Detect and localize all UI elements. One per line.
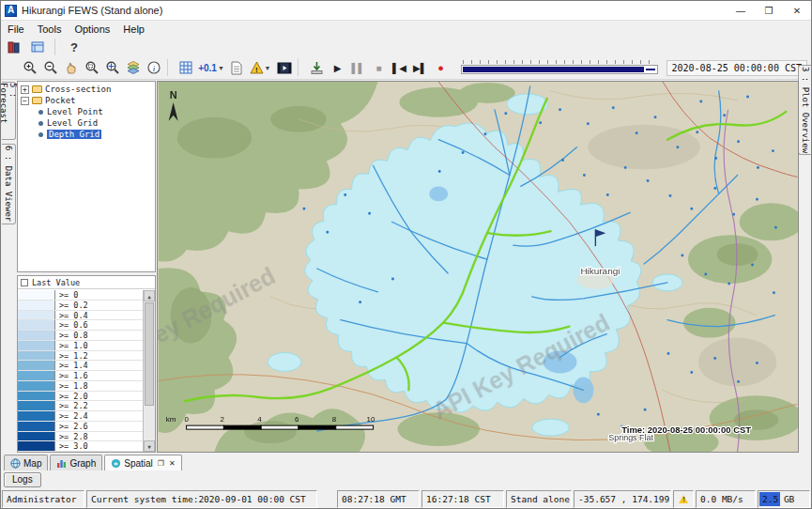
animation-icon[interactable] — [274, 58, 294, 77]
tab-spatial[interactable]: Spatial ❐ ✕ — [104, 455, 181, 470]
chart-icon — [56, 458, 67, 469]
run-export-icon[interactable] — [307, 58, 327, 77]
legend-color-swatch — [18, 422, 55, 431]
tree-node-level-point[interactable]: Level Point — [18, 106, 155, 117]
topology-tree: + Cross-section − Pocket Level Point Lev… — [17, 81, 156, 272]
sidebar-tab-forecast[interactable]: 5 : Forecast — [2, 82, 16, 140]
database-icon[interactable] — [5, 38, 24, 56]
legend-header: Last Value — [18, 276, 155, 289]
time-slider[interactable] — [461, 60, 658, 76]
app-window: Hikurangi FEWS (Stand alone) — ❐ ✕ File … — [0, 0, 812, 509]
zoom-extent-button[interactable] — [102, 58, 122, 77]
map-toolbar: i +0.1▼ ! ▼ ▶ ▌▌ ■ ▌◀ ▶▌ ● — [1, 56, 811, 80]
step-back-button[interactable]: ▌◀ — [390, 58, 409, 77]
float-panel-icon[interactable]: ❐ — [158, 459, 164, 468]
bottom-tab-bar: Map Graph Spatial ❐ ✕ — [1, 454, 811, 470]
close-button[interactable]: ✕ — [783, 1, 811, 20]
leaf-icon — [38, 110, 43, 115]
expand-icon[interactable]: + — [21, 85, 29, 94]
toolbar-separator — [167, 59, 173, 76]
time-slider-handle[interactable] — [646, 69, 655, 70]
last-value-checkbox[interactable] — [21, 279, 28, 286]
menu-bar: File Tools Options Help — [1, 21, 811, 38]
menu-help[interactable]: Help — [116, 22, 151, 37]
title-bar: Hikurangi FEWS (Stand alone) — ❐ ✕ — [1, 1, 811, 21]
menu-options[interactable]: Options — [68, 22, 116, 37]
status-warning[interactable] — [673, 490, 694, 508]
warnings-dropdown[interactable]: ! ▼ — [247, 58, 273, 77]
current-datetime: 2020-08-25 00:00:00 CST — [666, 60, 807, 76]
maximize-button[interactable]: ❐ — [755, 1, 783, 20]
sidebar-tab-plot-overview[interactable]: 3 : Plot Overview — [798, 65, 811, 155]
stop-button[interactable]: ■ — [369, 58, 389, 77]
legend-row: >= 1.2 — [18, 351, 143, 362]
layers-icon[interactable] — [123, 58, 143, 77]
status-memory: 2.5 GB — [758, 490, 810, 508]
report-icon[interactable] — [226, 58, 246, 77]
tree-node-level-grid[interactable]: Level Grid — [18, 117, 155, 129]
threshold-dropdown[interactable]: +0.1▼ — [197, 58, 225, 77]
legend-value: >= 1.4 — [55, 361, 88, 370]
svg-text:km: km — [166, 415, 176, 424]
legend-row: >= 2.4 — [18, 411, 143, 422]
zoom-in-button[interactable] — [20, 58, 39, 77]
legend-title: Last Value — [32, 278, 80, 287]
legend-row: >= 2.2 — [18, 401, 143, 411]
explorer-icon[interactable] — [28, 38, 48, 56]
pan-hand-icon[interactable] — [61, 58, 81, 77]
scroll-down-icon[interactable]: ▼ — [144, 440, 155, 452]
legend-row: >= 2.0 — [18, 392, 143, 402]
folder-icon — [32, 85, 42, 93]
info-button[interactable]: i — [144, 58, 163, 77]
legend-row: >= 2.8 — [18, 432, 143, 442]
logs-button[interactable]: Logs — [4, 472, 41, 487]
time-slider-range[interactable] — [463, 67, 644, 72]
legend-color-swatch — [18, 341, 55, 350]
tree-node-cross-section[interactable]: + Cross-section — [18, 84, 155, 95]
legend-row: >= 0.4 — [18, 311, 143, 321]
minimize-button[interactable]: — — [727, 1, 755, 20]
main-toolbar: ? — [1, 38, 811, 56]
legend-row: >= 1.0 — [18, 341, 143, 351]
tree-node-pocket[interactable]: − Pocket — [18, 95, 155, 106]
tab-graph[interactable]: Graph — [50, 455, 102, 470]
legend-row: >= 0.2 — [18, 301, 143, 311]
legend-value: >= 1.6 — [55, 371, 88, 380]
pause-button[interactable]: ▌▌ — [348, 58, 368, 77]
legend-value: >= 0.8 — [55, 331, 88, 340]
menu-tools[interactable]: Tools — [31, 22, 69, 37]
svg-text:0: 0 — [185, 415, 190, 424]
zoom-box-button[interactable] — [82, 58, 101, 77]
scrollbar-thumb[interactable] — [145, 302, 154, 406]
warning-icon — [679, 495, 688, 503]
legend-value: >= 2.6 — [55, 422, 88, 431]
legend-color-swatch — [18, 290, 55, 300]
legend-value: >= 2.2 — [55, 401, 88, 410]
legend-color-swatch — [18, 320, 55, 330]
zoom-out-button[interactable] — [40, 58, 60, 77]
map-viewport[interactable]: API Key Required API Key Required Hikura… — [157, 81, 799, 453]
menu-file[interactable]: File — [1, 22, 31, 37]
scroll-up-icon[interactable]: ▲ — [144, 290, 155, 301]
time-slider-groove[interactable] — [461, 65, 658, 74]
map-canvas[interactable]: API Key Required API Key Required Hikura… — [158, 82, 798, 452]
close-panel-icon[interactable]: ✕ — [169, 459, 176, 468]
grid-display-icon[interactable] — [176, 58, 196, 77]
tab-map[interactable]: Map — [4, 455, 48, 470]
record-button[interactable]: ● — [431, 58, 451, 77]
play-button[interactable]: ▶ — [328, 58, 347, 77]
legend-row: >= 0 — [18, 290, 143, 301]
sidebar-tab-data-viewer[interactable]: 6 : Data Viewer — [2, 144, 16, 224]
legend-value: >= 1.2 — [55, 351, 88, 361]
svg-text:4: 4 — [257, 415, 262, 424]
legend-scrollbar[interactable]: ▲ ▼ — [143, 290, 155, 452]
help-button[interactable]: ? — [67, 40, 82, 54]
collapse-icon[interactable]: − — [21, 97, 29, 105]
legend-value: >= 0.4 — [55, 311, 88, 320]
legend-row: >= 3.0 — [18, 441, 143, 452]
legend-value: >= 2.4 — [55, 411, 88, 421]
legend-value: >= 2.8 — [55, 432, 88, 441]
step-forward-button[interactable]: ▶▌ — [410, 58, 430, 77]
tree-node-depth-grid[interactable]: Depth Grid — [18, 129, 155, 140]
logs-row: Logs — [1, 471, 811, 488]
